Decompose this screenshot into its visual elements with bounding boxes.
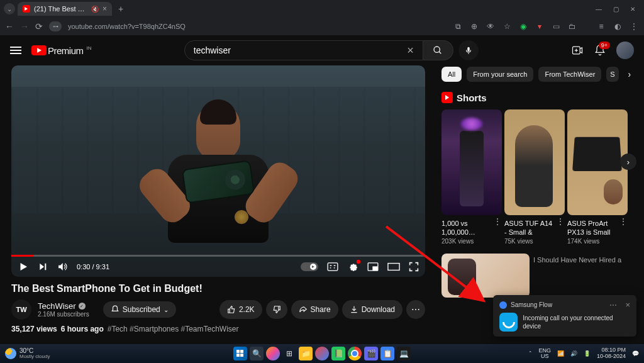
chip-from-channel[interactable]: From TechWiser <box>538 67 601 82</box>
channel-avatar[interactable]: TW <box>11 299 31 320</box>
new-tab-button[interactable]: + <box>114 3 127 15</box>
back-button[interactable]: ← <box>5 21 14 31</box>
notification-close-icon[interactable]: × <box>625 300 630 310</box>
language-indicator[interactable]: ENG US <box>538 348 551 359</box>
tray-chevron-icon[interactable]: ˄ <box>529 350 532 357</box>
notifications-tray-icon[interactable]: 💬 <box>632 350 639 357</box>
user-avatar[interactable] <box>616 42 634 59</box>
short-item[interactable]: ASUS ProArt PX13 is Small … 174K views ⋮ <box>567 109 628 245</box>
youtube-logo[interactable]: Premium IN <box>31 45 92 56</box>
ext-icon-3[interactable]: ▭ <box>551 21 561 31</box>
search-input[interactable] <box>194 45 407 55</box>
upload-age: 6 hours ago <box>61 325 104 333</box>
tab-mute-icon[interactable]: 🔇 <box>91 6 99 13</box>
sound-icon[interactable]: 🔊 <box>570 350 577 357</box>
like-button[interactable]: 2.2K <box>219 300 262 319</box>
shorts-next-button[interactable]: › <box>620 154 636 170</box>
browser-menu-icon[interactable]: ⋮ <box>629 21 639 31</box>
zoom-icon[interactable]: ⊕ <box>469 21 479 31</box>
fullscreen-button[interactable] <box>409 262 419 272</box>
reload-button[interactable]: ⟳ <box>35 21 43 31</box>
chip-from-search[interactable]: From your search <box>467 67 533 82</box>
ext-icon-1[interactable]: ◉ <box>518 21 528 31</box>
ext-icon-4[interactable]: 🗀 <box>567 21 577 31</box>
miniplayer-button[interactable] <box>367 262 379 271</box>
suggested-video[interactable]: I Should Have Never Hired a <box>441 254 635 298</box>
short-menu-icon[interactable]: ⋮ <box>493 219 502 245</box>
forward-button[interactable]: → <box>20 21 29 31</box>
verified-icon: ✓ <box>79 303 86 310</box>
youtube-favicon <box>23 5 30 13</box>
close-tab-icon[interactable]: × <box>103 4 107 13</box>
copilot-icon[interactable] <box>266 347 280 360</box>
reading-list-icon[interactable]: ≡ <box>596 21 606 31</box>
incognito-icon[interactable]: 👁 <box>486 21 496 31</box>
app-icon-5[interactable]: 💻 <box>397 347 411 360</box>
subscribe-button[interactable]: Subscribed ⌄ <box>103 301 176 318</box>
shorts-shelf: 1,000 vs 1,00,000… 203K views ⋮ ASUS TUF… <box>441 109 635 245</box>
browser-tab[interactable]: (21) The Best SmartPhone 🔇 × <box>18 2 112 16</box>
chips-next-icon[interactable]: › <box>624 65 635 83</box>
create-icon[interactable] <box>571 44 584 57</box>
profile-icon[interactable]: ◐ <box>613 21 623 31</box>
more-actions-button[interactable]: ⋯ <box>406 300 425 319</box>
task-view-icon[interactable]: ⊞ <box>282 347 296 360</box>
close-window-icon[interactable]: ✕ <box>630 6 635 13</box>
video-frame <box>11 65 425 277</box>
volume-button[interactable] <box>57 261 68 272</box>
short-item[interactable]: 1,000 vs 1,00,000… 203K views ⋮ <box>441 109 502 245</box>
player-controls: 0:30 / 9:31 <box>11 257 425 277</box>
search-box[interactable]: × <box>184 40 423 60</box>
chip-all[interactable]: All <box>441 67 462 82</box>
voice-search-button[interactable] <box>458 40 479 60</box>
clear-search-icon[interactable]: × <box>407 44 414 57</box>
share-button[interactable]: Share <box>291 300 338 319</box>
chip-more[interactable]: S <box>606 67 618 82</box>
download-button[interactable]: Download <box>342 300 402 319</box>
wifi-icon[interactable]: 📶 <box>557 350 564 357</box>
maximize-icon[interactable]: ▢ <box>613 6 619 13</box>
search-button[interactable] <box>423 40 453 60</box>
video-title: The Best SmartPhone To Get in Budget! <box>11 283 425 294</box>
header-right: 9+ <box>571 42 634 59</box>
settings-button[interactable] <box>347 261 358 272</box>
short-menu-icon[interactable]: ⋮ <box>619 219 628 245</box>
notifications-button[interactable]: 9+ <box>594 44 606 57</box>
chrome-icon[interactable] <box>348 347 362 360</box>
start-button[interactable] <box>233 347 247 360</box>
short-menu-icon[interactable]: ⋮ <box>556 219 565 245</box>
short-item[interactable]: ASUS TUF A14 - Small & Mighty… 75K views… <box>504 109 565 245</box>
channel-info[interactable]: TechWiser✓ 2.16M subscribers <box>38 301 89 318</box>
tab-dropdown[interactable]: ⌄ <box>4 3 15 14</box>
youtube-header: Premium IN × 9+ <box>0 35 644 65</box>
dislike-button[interactable] <box>266 300 287 319</box>
app-icon-1[interactable] <box>315 347 329 360</box>
open-external-icon[interactable]: ⧉ <box>453 21 463 31</box>
site-info-icon[interactable]: ⊶ <box>49 21 62 31</box>
app-icon-2[interactable]: 📗 <box>331 347 345 360</box>
short-thumbnail <box>567 109 628 215</box>
search-taskbar-icon[interactable]: 🔍 <box>250 347 264 360</box>
video-tags[interactable]: #Tech #Smartphones #TeamTechWiser <box>108 325 239 333</box>
next-video-button[interactable] <box>38 262 48 272</box>
minimize-icon[interactable]: — <box>596 6 602 13</box>
explorer-icon[interactable]: 📁 <box>299 347 313 360</box>
app-icon-4[interactable]: 📋 <box>380 347 394 360</box>
address-bar[interactable]: youtube.com/watch?v=T98qhZC4nSQ <box>68 23 447 30</box>
battery-icon[interactable]: 🔋 <box>584 350 591 357</box>
play-button[interactable] <box>18 261 29 272</box>
tab-title: (21) The Best SmartPhone <box>34 5 87 13</box>
ext-icon-2[interactable]: ▾ <box>535 21 545 31</box>
clock[interactable]: 08:10 PM 10-08-2024 <box>597 347 626 360</box>
video-player[interactable]: 0:30 / 9:31 <box>11 65 425 277</box>
weather-widget[interactable]: 30°C Mostly cloudy <box>5 348 50 359</box>
app-icon-3[interactable]: 🎬 <box>364 347 378 360</box>
autoplay-toggle[interactable] <box>301 262 318 271</box>
hd-badge <box>357 260 360 264</box>
notification-menu-icon[interactable]: ⋯ <box>609 301 618 310</box>
hamburger-menu[interactable] <box>10 45 21 56</box>
captions-button[interactable] <box>327 262 338 271</box>
theater-button[interactable] <box>387 262 400 271</box>
samsung-flow-notification[interactable]: Samsung Flow ⋯ × Incoming call on your c… <box>493 295 636 337</box>
bookmark-icon[interactable]: ☆ <box>502 21 512 31</box>
